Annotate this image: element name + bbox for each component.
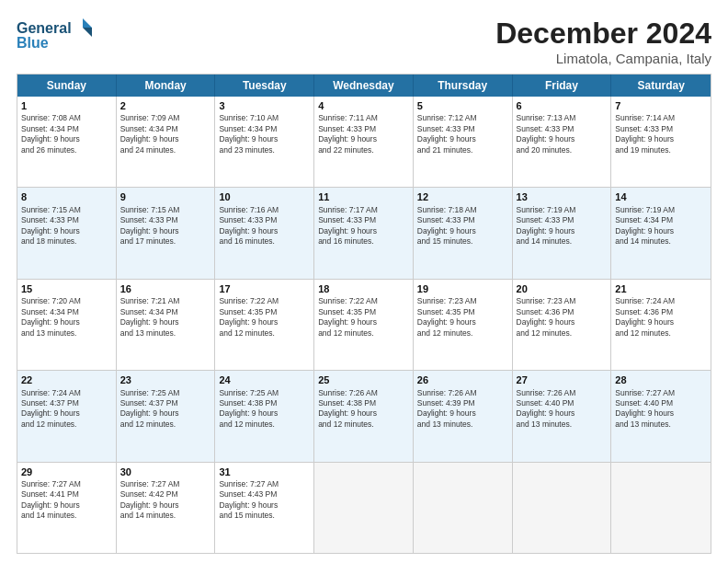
day-info: Sunrise: 7:11 AM Sunset: 4:33 PM Dayligh… — [318, 113, 409, 155]
day-info: Sunrise: 7:10 AM Sunset: 4:34 PM Dayligh… — [219, 113, 310, 155]
day-info: Sunrise: 7:19 AM Sunset: 4:34 PM Dayligh… — [615, 205, 707, 247]
day-number: 20 — [517, 282, 608, 295]
day-info: Sunrise: 7:08 AM Sunset: 4:34 PM Dayligh… — [21, 113, 112, 155]
day-info: Sunrise: 7:23 AM Sunset: 4:35 PM Dayligh… — [417, 296, 508, 339]
location: Limatola, Campania, Italy — [495, 51, 711, 66]
day-number: 29 — [21, 465, 112, 478]
calendar-cell: 16Sunrise: 7:21 AM Sunset: 4:34 PM Dayli… — [117, 280, 216, 370]
title-area: December 2024 Limatola, Campania, Italy — [495, 17, 711, 66]
weekday-header: Saturday — [611, 75, 711, 97]
day-info: Sunrise: 7:26 AM Sunset: 4:39 PM Dayligh… — [417, 388, 508, 431]
day-info: Sunrise: 7:27 AM Sunset: 4:40 PM Dayligh… — [615, 388, 707, 431]
calendar-cell: 15Sunrise: 7:20 AM Sunset: 4:34 PM Dayli… — [17, 280, 117, 370]
calendar-cell: 26Sunrise: 7:26 AM Sunset: 4:39 PM Dayli… — [414, 371, 513, 461]
calendar-cell: 9Sunrise: 7:15 AM Sunset: 4:33 PM Daylig… — [117, 188, 216, 278]
day-number: 22 — [21, 373, 112, 386]
calendar-cell: 29Sunrise: 7:27 AM Sunset: 4:41 PM Dayli… — [17, 463, 117, 553]
calendar-body: 1Sunrise: 7:08 AM Sunset: 4:34 PM Daylig… — [17, 97, 711, 553]
day-number: 15 — [21, 282, 112, 295]
calendar-row: 8Sunrise: 7:15 AM Sunset: 4:33 PM Daylig… — [17, 187, 711, 278]
day-number: 3 — [219, 99, 310, 112]
day-number: 8 — [21, 190, 112, 203]
day-number: 2 — [120, 99, 211, 112]
calendar-header: SundayMondayTuesdayWednesdayThursdayFrid… — [17, 75, 711, 97]
day-number: 16 — [120, 282, 211, 295]
day-info: Sunrise: 7:16 AM Sunset: 4:33 PM Dayligh… — [219, 205, 310, 247]
calendar-cell: 30Sunrise: 7:27 AM Sunset: 4:42 PM Dayli… — [117, 463, 216, 553]
day-number: 7 — [615, 99, 707, 112]
svg-text:Blue: Blue — [17, 35, 49, 51]
day-number: 12 — [417, 190, 508, 203]
day-number: 24 — [219, 373, 310, 386]
day-info: Sunrise: 7:27 AM Sunset: 4:42 PM Dayligh… — [120, 479, 211, 522]
page: General Blue December 2024 Limatola, Cam… — [0, 0, 728, 563]
day-info: Sunrise: 7:22 AM Sunset: 4:35 PM Dayligh… — [219, 296, 310, 339]
calendar-cell: 8Sunrise: 7:15 AM Sunset: 4:33 PM Daylig… — [17, 188, 117, 278]
calendar-cell: 12Sunrise: 7:18 AM Sunset: 4:33 PM Dayli… — [414, 188, 513, 278]
day-info: Sunrise: 7:25 AM Sunset: 4:37 PM Dayligh… — [120, 388, 211, 431]
calendar-cell: 28Sunrise: 7:27 AM Sunset: 4:40 PM Dayli… — [611, 371, 711, 461]
svg-marker-2 — [83, 18, 92, 28]
logo-icon: General Blue — [17, 17, 99, 53]
calendar-cell: 1Sunrise: 7:08 AM Sunset: 4:34 PM Daylig… — [17, 97, 117, 187]
weekday-header: Monday — [117, 75, 216, 97]
calendar-cell — [513, 463, 612, 553]
day-info: Sunrise: 7:17 AM Sunset: 4:33 PM Dayligh… — [318, 205, 409, 247]
day-number: 13 — [517, 190, 608, 203]
day-info: Sunrise: 7:26 AM Sunset: 4:40 PM Dayligh… — [517, 388, 608, 431]
svg-marker-3 — [83, 28, 92, 37]
weekday-header: Sunday — [17, 75, 117, 97]
calendar-cell — [611, 463, 711, 553]
calendar-cell: 14Sunrise: 7:19 AM Sunset: 4:34 PM Dayli… — [611, 188, 711, 278]
calendar-cell: 11Sunrise: 7:17 AM Sunset: 4:33 PM Dayli… — [314, 188, 414, 278]
calendar-cell: 27Sunrise: 7:26 AM Sunset: 4:40 PM Dayli… — [513, 371, 612, 461]
day-info: Sunrise: 7:24 AM Sunset: 4:37 PM Dayligh… — [21, 388, 112, 431]
logo: General Blue — [17, 17, 99, 53]
calendar-cell: 2Sunrise: 7:09 AM Sunset: 4:34 PM Daylig… — [117, 97, 216, 187]
day-info: Sunrise: 7:09 AM Sunset: 4:34 PM Dayligh… — [120, 113, 211, 155]
day-number: 9 — [120, 190, 211, 203]
day-info: Sunrise: 7:12 AM Sunset: 4:33 PM Dayligh… — [417, 113, 508, 155]
calendar-cell: 10Sunrise: 7:16 AM Sunset: 4:33 PM Dayli… — [215, 188, 314, 278]
calendar-cell: 20Sunrise: 7:23 AM Sunset: 4:36 PM Dayli… — [513, 280, 612, 370]
day-number: 28 — [615, 373, 707, 386]
calendar-row: 22Sunrise: 7:24 AM Sunset: 4:37 PM Dayli… — [17, 370, 711, 461]
calendar-cell — [414, 463, 513, 553]
day-number: 27 — [517, 373, 608, 386]
calendar-cell: 24Sunrise: 7:25 AM Sunset: 4:38 PM Dayli… — [215, 371, 314, 461]
day-info: Sunrise: 7:27 AM Sunset: 4:41 PM Dayligh… — [21, 479, 112, 522]
calendar-cell: 13Sunrise: 7:19 AM Sunset: 4:33 PM Dayli… — [513, 188, 612, 278]
day-info: Sunrise: 7:15 AM Sunset: 4:33 PM Dayligh… — [21, 205, 112, 247]
day-info: Sunrise: 7:20 AM Sunset: 4:34 PM Dayligh… — [21, 296, 112, 339]
day-info: Sunrise: 7:23 AM Sunset: 4:36 PM Dayligh… — [517, 296, 608, 339]
day-info: Sunrise: 7:18 AM Sunset: 4:33 PM Dayligh… — [417, 205, 508, 247]
calendar-cell: 19Sunrise: 7:23 AM Sunset: 4:35 PM Dayli… — [414, 280, 513, 370]
calendar-cell: 31Sunrise: 7:27 AM Sunset: 4:43 PM Dayli… — [215, 463, 314, 553]
weekday-header: Tuesday — [215, 75, 314, 97]
header: General Blue December 2024 Limatola, Cam… — [17, 17, 711, 66]
day-number: 17 — [219, 282, 310, 295]
calendar-cell — [314, 463, 414, 553]
day-number: 25 — [318, 373, 409, 386]
day-info: Sunrise: 7:19 AM Sunset: 4:33 PM Dayligh… — [517, 205, 608, 247]
weekday-header: Friday — [513, 75, 612, 97]
day-number: 26 — [417, 373, 508, 386]
day-info: Sunrise: 7:14 AM Sunset: 4:33 PM Dayligh… — [615, 113, 707, 155]
day-number: 14 — [615, 190, 707, 203]
calendar-row: 15Sunrise: 7:20 AM Sunset: 4:34 PM Dayli… — [17, 279, 711, 370]
calendar-cell: 18Sunrise: 7:22 AM Sunset: 4:35 PM Dayli… — [314, 280, 414, 370]
calendar-cell: 5Sunrise: 7:12 AM Sunset: 4:33 PM Daylig… — [414, 97, 513, 187]
calendar: SundayMondayTuesdayWednesdayThursdayFrid… — [17, 74, 711, 554]
calendar-cell: 6Sunrise: 7:13 AM Sunset: 4:33 PM Daylig… — [513, 97, 612, 187]
day-info: Sunrise: 7:15 AM Sunset: 4:33 PM Dayligh… — [120, 205, 211, 247]
calendar-cell: 23Sunrise: 7:25 AM Sunset: 4:37 PM Dayli… — [117, 371, 216, 461]
day-number: 21 — [615, 282, 707, 295]
calendar-cell: 22Sunrise: 7:24 AM Sunset: 4:37 PM Dayli… — [17, 371, 117, 461]
day-info: Sunrise: 7:25 AM Sunset: 4:38 PM Dayligh… — [219, 388, 310, 431]
calendar-row: 1Sunrise: 7:08 AM Sunset: 4:34 PM Daylig… — [17, 97, 711, 187]
day-number: 6 — [517, 99, 608, 112]
day-number: 23 — [120, 373, 211, 386]
day-number: 5 — [417, 99, 508, 112]
day-number: 19 — [417, 282, 508, 295]
day-number: 10 — [219, 190, 310, 203]
